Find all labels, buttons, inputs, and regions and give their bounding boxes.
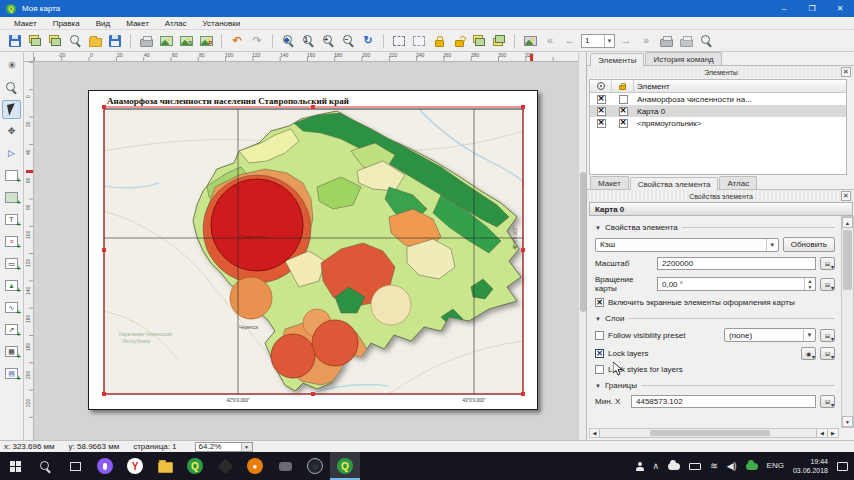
- min-x-data-defined-icon[interactable]: ⊟: [820, 395, 835, 408]
- print-icon[interactable]: [137, 32, 155, 50]
- atlas-page-input[interactable]: 1▼: [581, 34, 615, 48]
- add-legend-icon[interactable]: ≡: [2, 232, 21, 251]
- inkscape-icon[interactable]: [210, 452, 240, 480]
- duplicate-layout-icon[interactable]: [46, 32, 64, 50]
- start-button[interactable]: [0, 452, 30, 480]
- section-item-properties[interactable]: ▼Свойства элемента: [595, 223, 835, 232]
- unlock-items-icon[interactable]: [450, 32, 468, 50]
- pan-tool-icon[interactable]: ✳: [2, 56, 21, 75]
- visibility-checkbox[interactable]: [597, 95, 606, 104]
- visibility-checkbox[interactable]: [597, 107, 606, 116]
- atlas-first-icon[interactable]: «: [541, 32, 559, 50]
- props-horizontal-scrollbar[interactable]: ◀ ◀▶: [589, 428, 839, 438]
- action-center-icon[interactable]: [837, 462, 848, 471]
- props-vertical-scrollbar[interactable]: ▲ ▼: [841, 216, 854, 428]
- cache-mode-combobox[interactable]: Кэш▼: [595, 238, 779, 252]
- lock-checkbox[interactable]: [619, 95, 628, 104]
- tab-item-properties[interactable]: Свойства элемента: [630, 177, 719, 190]
- sync-cloud-icon[interactable]: [746, 463, 758, 470]
- zoom-actual-icon[interactable]: 1: [299, 32, 317, 50]
- menu-settings[interactable]: Установки: [195, 19, 249, 28]
- add-label-icon[interactable]: T: [2, 210, 21, 229]
- add-html-frame-icon[interactable]: ▤: [2, 364, 21, 383]
- zoom-tool-icon[interactable]: [2, 78, 21, 97]
- zoom-out-icon[interactable]: −: [339, 32, 357, 50]
- scroll-left2-icon[interactable]: ◀: [816, 429, 827, 437]
- map-title-label[interactable]: Анаморфоза численности населения Ставроп…: [107, 96, 349, 106]
- add-scalebar-icon[interactable]: ▭: [2, 254, 21, 273]
- obs-icon[interactable]: ◌: [300, 452, 330, 480]
- add-attribute-table-icon[interactable]: ▦: [2, 342, 21, 361]
- lock-styles-checkbox[interactable]: [595, 365, 604, 374]
- minimize-button[interactable]: –: [770, 0, 798, 17]
- canvas-vertical-scrollbar[interactable]: [578, 52, 586, 440]
- taskbar-clock[interactable]: 19:44 03.06.2018: [793, 457, 828, 475]
- item-row-rectangle[interactable]: <прямоугольник>: [590, 117, 846, 129]
- zoom-level-combobox[interactable]: 64.2% ▼: [195, 442, 253, 452]
- atlas-settings-icon[interactable]: [697, 32, 715, 50]
- atlas-export-icon[interactable]: [677, 32, 695, 50]
- zoom-full-icon[interactable]: ◆: [279, 32, 297, 50]
- item-row-label[interactable]: Анаморфоза численности на...: [590, 93, 846, 105]
- qgis-active-window-icon[interactable]: Q: [330, 452, 360, 480]
- keyboard-tray-icon[interactable]: [689, 463, 701, 470]
- zoom-dropdown-icon[interactable]: ▼: [241, 443, 252, 451]
- wifi-icon[interactable]: ≋: [710, 462, 718, 471]
- min-x-input[interactable]: 4458573.102: [631, 395, 816, 408]
- visibility-checkbox[interactable]: [597, 119, 606, 128]
- scroll-down-icon[interactable]: ▼: [842, 416, 853, 427]
- move-content-tool-icon[interactable]: ✥: [2, 122, 21, 141]
- draw-decorations-checkbox[interactable]: [595, 298, 604, 307]
- undo-icon[interactable]: ↶: [228, 32, 246, 50]
- recorder-app-icon[interactable]: [90, 452, 120, 480]
- layout-manager-icon[interactable]: [66, 32, 84, 50]
- update-preview-button[interactable]: Обновить: [783, 237, 835, 252]
- tab-layout[interactable]: Макет: [590, 176, 629, 189]
- lock-checkbox[interactable]: [619, 119, 628, 128]
- menu-edit[interactable]: Правка: [45, 19, 88, 28]
- atlas-print-icon[interactable]: [657, 32, 675, 50]
- tab-atlas[interactable]: Атлас: [719, 176, 757, 189]
- tab-command-history[interactable]: История команд: [645, 52, 721, 65]
- redo-icon[interactable]: ↷: [248, 32, 266, 50]
- volume-icon[interactable]: ◀): [727, 462, 737, 471]
- file-explorer-icon[interactable]: [150, 452, 180, 480]
- scroll-up-icon[interactable]: ▲: [842, 217, 853, 228]
- export-image-icon[interactable]: [157, 32, 175, 50]
- gray-app-icon[interactable]: [270, 452, 300, 480]
- atlas-next-icon[interactable]: →: [617, 32, 635, 50]
- scroll-left-icon[interactable]: ◀: [590, 429, 600, 437]
- lock-checkbox[interactable]: [619, 107, 628, 116]
- rotation-data-defined-icon[interactable]: ⊟: [820, 278, 835, 291]
- lock-items-icon[interactable]: [430, 32, 448, 50]
- select-items-icon[interactable]: [390, 32, 408, 50]
- menu-view[interactable]: Вид: [88, 19, 118, 28]
- export-svg-icon[interactable]: S: [177, 32, 195, 50]
- select-move-item-tool-icon[interactable]: [2, 100, 21, 119]
- atlas-preview-icon[interactable]: [521, 32, 539, 50]
- task-view-icon[interactable]: [60, 452, 90, 480]
- open-folder-icon[interactable]: [86, 32, 104, 50]
- lock-layers-checkbox[interactable]: [595, 349, 604, 358]
- map-item[interactable]: Карачаево-Черкесская Республика: [89, 91, 539, 411]
- raise-items-icon[interactable]: [470, 32, 488, 50]
- tab-items[interactable]: Элементы: [590, 53, 644, 66]
- add-page-icon[interactable]: [2, 166, 21, 185]
- spin-down-icon[interactable]: ▼: [805, 284, 815, 290]
- tray-expand-icon[interactable]: ∧: [653, 462, 660, 471]
- qgis-taskbar-icon[interactable]: Q: [180, 452, 210, 480]
- maximize-button[interactable]: ❒: [798, 0, 826, 17]
- add-shape-icon[interactable]: ▲: [2, 276, 21, 295]
- layout-canvas[interactable]: Карачаево-Черкесская Республика: [34, 62, 578, 440]
- lock-layers-data-defined-icon[interactable]: ⊟: [820, 347, 835, 360]
- blender-icon[interactable]: ●: [240, 452, 270, 480]
- close-button[interactable]: ✕: [826, 0, 854, 17]
- lower-items-icon[interactable]: [490, 32, 508, 50]
- scroll-right-icon[interactable]: ▶: [827, 429, 838, 437]
- zoom-in-icon[interactable]: +: [319, 32, 337, 50]
- item-row-map[interactable]: Карта 0: [590, 105, 846, 117]
- edit-nodes-tool-icon[interactable]: ▷: [2, 144, 21, 163]
- people-tray-icon[interactable]: [636, 462, 644, 471]
- save-project-icon[interactable]: [6, 32, 24, 50]
- deselect-items-icon[interactable]: [410, 32, 428, 50]
